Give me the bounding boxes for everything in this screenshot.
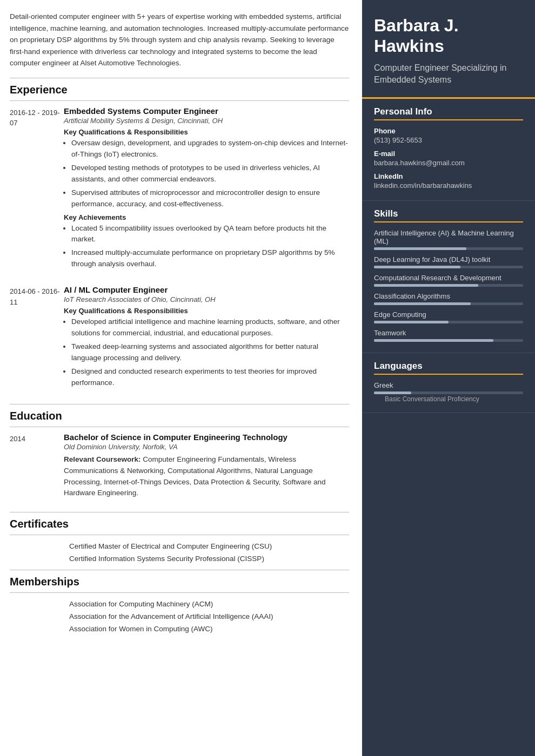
skill-name-3: Classification Algorithms (374, 292, 523, 300)
entry-title-1: Embedded Systems Computer Engineer (64, 106, 349, 116)
skill-4: Edge Computing (374, 310, 523, 323)
entry-title-2: AI / ML Computer Engineer (64, 285, 349, 294)
qual-item-2-0: Developed artificial intelligence and ma… (71, 316, 349, 339)
languages-heading: Languages (374, 361, 523, 375)
languages-section: Languages Greek Basic Conversational Pro… (362, 353, 535, 413)
skill-1: Deep Learning for Java (DL4J) toolkit (374, 255, 523, 268)
section-divider-experience (10, 78, 349, 78)
skill-bar-fill-1 (374, 266, 460, 268)
skills-heading: Skills (374, 208, 523, 222)
personal-info-heading: Personal Info (374, 106, 523, 120)
education-entry-1: 2014 Bachelor of Science in Computer Eng… (10, 433, 349, 500)
edu-school-1: Old Dominion University, Norfolk, VA (64, 443, 349, 451)
qual-item-1-0: Oversaw design, development, and upgrade… (71, 138, 349, 160)
language-0: Greek Basic Conversational Proficiency (374, 381, 523, 403)
edu-coursework-1: Relevant Coursework: Computer Engineerin… (64, 454, 349, 500)
lang-level-0: Basic Conversational Proficiency (385, 395, 523, 403)
qual-item-2-2: Designed and conducted research experime… (71, 366, 349, 389)
experience-heading: Experience (10, 84, 349, 96)
skill-bar-fill-3 (374, 302, 471, 305)
skill-bar-fill-4 (374, 321, 449, 323)
entry-company-2: IoT Research Associates of Ohio, Cincinn… (64, 295, 349, 303)
section-divider-edu-inner (10, 427, 349, 427)
phone-value: (513) 952-5653 (374, 136, 523, 144)
skill-bar-bg-3 (374, 302, 523, 305)
qualifications-label-2: Key Qualifications & Responsibilities (64, 307, 349, 315)
phone-label: Phone (374, 127, 523, 135)
skill-3: Classification Algorithms (374, 292, 523, 305)
left-column: Detail-oriented computer engineer with 5… (0, 0, 362, 756)
linkedin-label: LinkedIn (374, 172, 523, 180)
certificates-section: Certificates Certified Master of Electri… (10, 518, 349, 565)
skill-bar-bg-1 (374, 266, 523, 268)
qual-item-2-1: Tweaked deep-learning systems and associ… (71, 341, 349, 364)
qual-item-1-2: Supervised attributes of microprocessor … (71, 187, 349, 210)
skill-5: Teamwork (374, 329, 523, 342)
skill-0: Artificial Intelligence (AI) & Machine L… (374, 229, 523, 250)
memberships-section: Memberships Association for Computing Ma… (10, 576, 349, 636)
section-divider-exp-inner (10, 100, 349, 101)
ach-item-1-0: Located 5 incompatibility issues overloo… (71, 223, 349, 246)
experience-section: Experience 2016-12 - 2019-07 Embedded Sy… (10, 84, 349, 391)
section-divider-cert-inner (10, 535, 349, 535)
linkedin-value: linkedin.com/in/barbarahawkins (374, 181, 523, 190)
achievements-label-1: Key Achievements (64, 213, 349, 221)
skill-name-4: Edge Computing (374, 310, 523, 319)
right-column: Barbara J. Hawkins Computer Engineer Spe… (362, 0, 535, 756)
membership-item-0: Association for Computing Machinery (ACM… (69, 598, 349, 611)
skill-bar-bg-2 (374, 284, 523, 287)
entry-content-2: AI / ML Computer Engineer IoT Research A… (64, 285, 349, 391)
edu-content-1: Bachelor of Science in Computer Engineer… (64, 433, 349, 500)
skill-bar-bg-0 (374, 247, 523, 250)
experience-entry-2: 2014-06 - 2016-11 AI / ML Computer Engin… (10, 285, 349, 391)
skill-bar-fill-2 (374, 284, 478, 287)
cert-item-1: Certified Information Systems Security P… (69, 553, 349, 565)
ach-item-1-1: Increased multiply-accumulate performanc… (71, 247, 349, 270)
certificates-list: Certified Master of Electrical and Compu… (69, 541, 349, 565)
qual-item-1-1: Developed testing methods of prototypes … (71, 163, 349, 185)
lang-bar-fill-0 (374, 392, 411, 394)
section-divider-edu (10, 404, 349, 404)
qualifications-label-1: Key Qualifications & Responsibilities (64, 128, 349, 136)
skill-name-5: Teamwork (374, 329, 523, 337)
memberships-heading: Memberships (10, 576, 349, 588)
coursework-label: Relevant Coursework: (64, 455, 141, 463)
email-label: E-mail (374, 150, 523, 158)
education-heading: Education (10, 410, 349, 422)
email-value: barbara.hawkins@gmail.com (374, 159, 523, 167)
edu-year-1: 2014 (10, 433, 64, 500)
profile-title: Computer Engineer Specializing in Embedd… (374, 62, 523, 86)
skill-bar-fill-5 (374, 339, 493, 342)
skill-name-2: Computational Research & Development (374, 274, 523, 282)
qualifications-list-1: Oversaw design, development, and upgrade… (71, 138, 349, 210)
skill-bar-fill-0 (374, 247, 466, 250)
personal-info-section: Personal Info Phone (513) 952-5653 E-mai… (362, 99, 535, 201)
lang-bar-bg-0 (374, 392, 523, 394)
profile-name: Barbara J. Hawkins (374, 15, 523, 57)
summary-text: Detail-oriented computer engineer with 5… (10, 11, 349, 69)
entry-dates-1: 2016-12 - 2019-07 (10, 106, 64, 272)
skill-name-0: Artificial Intelligence (AI) & Machine L… (374, 229, 523, 245)
skill-name-1: Deep Learning for Java (DL4J) toolkit (374, 255, 523, 264)
education-section: Education 2014 Bachelor of Science in Co… (10, 410, 349, 500)
entry-company-1: Artificial Mobility Systems & Design, Ci… (64, 117, 349, 125)
edu-degree-1: Bachelor of Science in Computer Engineer… (64, 433, 349, 442)
lang-name-0: Greek (374, 381, 523, 389)
section-divider-membership-inner (10, 592, 349, 593)
section-divider-membership (10, 570, 349, 570)
section-divider-cert (10, 512, 349, 512)
certificates-heading: Certificates (10, 518, 349, 530)
profile-header: Barbara J. Hawkins Computer Engineer Spe… (362, 0, 535, 99)
memberships-list: Association for Computing Machinery (ACM… (69, 598, 349, 636)
experience-entry-1: 2016-12 - 2019-07 Embedded Systems Compu… (10, 106, 349, 272)
skill-bar-bg-4 (374, 321, 523, 323)
membership-item-1: Association for the Advancement of Artif… (69, 611, 349, 623)
skills-section: Skills Artificial Intelligence (AI) & Ma… (362, 201, 535, 353)
entry-content-1: Embedded Systems Computer Engineer Artif… (64, 106, 349, 272)
skill-2: Computational Research & Development (374, 274, 523, 287)
skill-bar-bg-5 (374, 339, 523, 342)
achievements-list-1: Located 5 incompatibility issues overloo… (71, 223, 349, 271)
qualifications-list-2: Developed artificial intelligence and ma… (71, 316, 349, 389)
cert-item-0: Certified Master of Electrical and Compu… (69, 541, 349, 553)
entry-dates-2: 2014-06 - 2016-11 (10, 285, 64, 391)
